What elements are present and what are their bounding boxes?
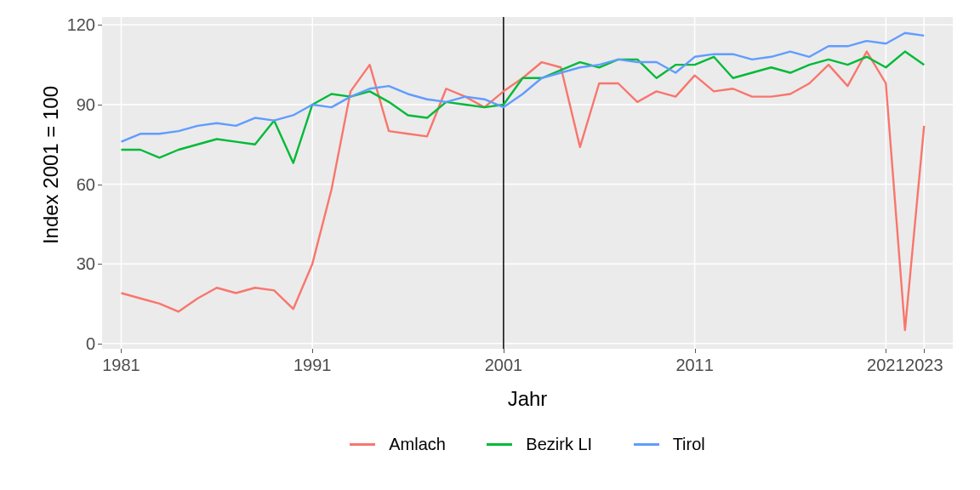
y-tick-label: 120	[44, 15, 95, 35]
legend-label: Amlach	[389, 435, 446, 454]
chart-figure: Index 2001 = 100 Jahr Amlach Bezirk LI T…	[0, 0, 980, 490]
legend-swatch	[634, 443, 659, 446]
x-tick-mark	[504, 349, 504, 353]
x-tick-label: 1991	[293, 356, 332, 375]
x-axis-label: Jahr	[102, 387, 953, 411]
x-tick-mark	[886, 349, 886, 353]
y-tick-mark	[98, 25, 102, 26]
y-tick-mark	[98, 264, 102, 265]
y-tick-label: 90	[44, 94, 95, 114]
x-tick-mark	[121, 349, 122, 353]
legend-swatch	[350, 443, 375, 446]
y-tick-label: 60	[44, 174, 95, 194]
x-tick-label: 2011	[675, 356, 714, 375]
legend-item-bezirk: Bezirk LI	[487, 435, 592, 454]
y-tick-mark	[98, 344, 102, 345]
legend: Amlach Bezirk LI Tirol	[102, 434, 953, 454]
x-tick-mark	[312, 349, 313, 353]
x-tick-label: 1981	[102, 356, 140, 375]
x-tick-mark	[695, 349, 696, 353]
plot-panel	[102, 17, 953, 349]
y-tick-label: 0	[44, 333, 95, 353]
x-tick-label: 2001	[485, 356, 523, 375]
y-tick-mark	[98, 185, 102, 185]
legend-item-tirol: Tirol	[634, 435, 705, 454]
series-line	[121, 52, 924, 163]
x-tick-label: 2021	[867, 356, 905, 375]
x-tick-mark	[924, 349, 925, 353]
legend-label: Bezirk LI	[526, 435, 592, 454]
y-tick-mark	[98, 105, 102, 105]
legend-swatch	[487, 443, 512, 446]
legend-item-amlach: Amlach	[350, 435, 446, 454]
x-tick-label: 2023	[905, 356, 943, 375]
y-axis-label-wrap: Index 2001 = 100	[17, 0, 51, 332]
y-tick-label: 30	[44, 254, 95, 274]
legend-label: Tirol	[673, 435, 705, 454]
plot-svg	[102, 17, 953, 349]
